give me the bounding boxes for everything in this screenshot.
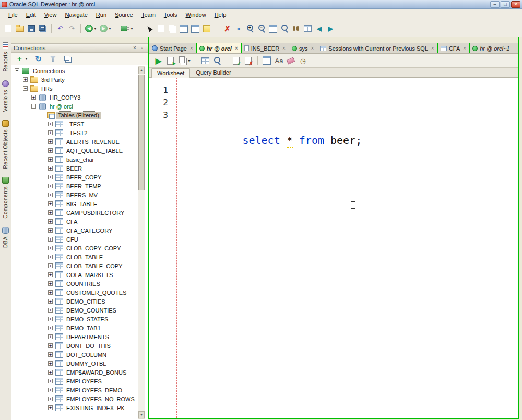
toolbar-button[interactable]: ▼ xyxy=(116,24,116,33)
toolbar-button[interactable]: ▼ xyxy=(80,24,81,33)
editor-tab[interactable]: CFA × xyxy=(438,43,470,53)
scrollbar-up-button[interactable]: ▲ xyxy=(138,67,145,74)
tree-item[interactable]: + EMP$AWARD_BONUS xyxy=(11,368,148,377)
open-icon[interactable]: ▼ xyxy=(15,23,25,34)
refresh-icon[interactable]: ↻ ▼ xyxy=(33,53,43,65)
tree-item[interactable]: + EMPLOYEES_DEMO xyxy=(11,386,148,394)
unshared-worksheet-icon[interactable]: ▼ xyxy=(262,55,272,66)
editor-tab[interactable]: sys × xyxy=(289,43,317,53)
tree-expander[interactable]: + xyxy=(48,272,53,277)
tree-expander[interactable]: − xyxy=(15,68,19,73)
tree-expander[interactable]: + xyxy=(48,379,53,383)
tree-expander[interactable]: + xyxy=(48,263,53,268)
run-statement-icon[interactable]: ▶ ▼ xyxy=(153,55,163,66)
tree-item[interactable]: + BEER_TEMP xyxy=(11,182,148,190)
tree-expander[interactable]: + xyxy=(48,405,53,410)
tree-expander[interactable]: + xyxy=(48,370,53,375)
tree-expander[interactable]: + xyxy=(48,299,53,304)
tree-expander[interactable]: + xyxy=(48,228,53,233)
tree-expander[interactable]: + xyxy=(31,95,36,100)
tree-item[interactable]: + EMPLOYEES_NO_ROWS xyxy=(11,394,148,403)
side-tab-dba[interactable]: DBA xyxy=(2,227,9,248)
redo-icon[interactable]: ↷ ▼ xyxy=(67,23,77,34)
tree-expander[interactable]: + xyxy=(48,281,53,286)
editor-tab[interactable]: Start Page × xyxy=(149,43,197,53)
side-tab-versions[interactable]: Versions xyxy=(2,80,9,112)
tree-item[interactable]: + BEER_COPY xyxy=(11,173,148,182)
rollback-icon[interactable]: ▼ xyxy=(243,55,253,66)
tree-expander[interactable]: + xyxy=(48,157,53,162)
menu-item[interactable]: File xyxy=(4,10,22,19)
tree-item[interactable]: + DONT_DO_THIS xyxy=(11,341,148,350)
tree-item[interactable]: + BIG_TABLE xyxy=(11,199,148,208)
tree-expander[interactable]: + xyxy=(48,210,53,215)
save-all-icon[interactable]: ▼ xyxy=(38,23,48,34)
sql-history-icon[interactable]: ◷ ▼ xyxy=(298,55,308,66)
nav-back-icon[interactable]: ◀ ▼ xyxy=(314,23,324,34)
tree-expander[interactable]: − xyxy=(40,113,44,117)
tree-item[interactable]: + DEPARTMENTS xyxy=(11,332,148,341)
side-tab-components[interactable]: Components xyxy=(2,177,9,219)
menu-item[interactable]: Window xyxy=(181,10,210,19)
tree-item[interactable]: + ALERTS_REVENUE xyxy=(11,137,148,146)
tree-item[interactable]: + DUMMY_OTBL xyxy=(11,359,148,368)
panel-collapse-button[interactable]: ▫ xyxy=(138,45,146,52)
menu-item[interactable]: Navigate xyxy=(61,10,91,19)
collapse-all-icon[interactable]: « ▼ xyxy=(234,23,244,34)
forward-icon[interactable]: ▶ ▼ xyxy=(99,23,112,34)
tree-expander[interactable]: + xyxy=(48,219,53,224)
tree-expander[interactable]: + xyxy=(48,193,53,197)
tree-expander[interactable]: + xyxy=(48,255,53,259)
tree-expander[interactable]: + xyxy=(48,130,53,135)
tree-item[interactable]: + CFU xyxy=(11,235,148,244)
editor-tab[interactable]: INS_BEER × xyxy=(242,43,289,53)
worksheet-subtab[interactable]: Query Builder xyxy=(190,68,236,77)
tree-expander[interactable]: + xyxy=(48,166,53,171)
tree-expander[interactable]: + xyxy=(48,397,53,401)
menu-item[interactable]: Tools xyxy=(160,10,182,19)
tree-expander[interactable]: + xyxy=(48,308,53,313)
tree-item[interactable]: + CAMPUSDIRECTORY xyxy=(11,208,148,217)
code-area[interactable]: select * from beer; xyxy=(180,78,518,418)
tree-expander[interactable]: + xyxy=(48,326,53,330)
tree-expander[interactable]: + xyxy=(48,317,53,321)
commit-icon[interactable]: ▼ xyxy=(231,55,241,66)
tab-close-icon[interactable]: × xyxy=(190,45,193,51)
tree-item[interactable]: + COUNTRIES xyxy=(11,279,148,288)
filter-icon[interactable]: ▼ xyxy=(48,53,58,65)
side-tab-recent-objects[interactable]: Recent Objects xyxy=(2,120,9,169)
tree-expander[interactable]: + xyxy=(48,184,53,188)
sql-editor[interactable]: 123 select * from beer; xyxy=(149,78,518,418)
menu-item[interactable]: Help xyxy=(210,10,231,19)
tree-item[interactable]: + EXISTING_INDEX_PK xyxy=(11,403,148,412)
tree-item[interactable]: + DOT_COLUMN xyxy=(11,350,148,359)
tree-expander[interactable]: + xyxy=(48,246,53,250)
tree-expander[interactable]: − xyxy=(31,104,36,109)
tree-expander[interactable]: + xyxy=(48,175,53,179)
tree-item[interactable]: + HR_COPY3 xyxy=(11,93,148,102)
tab-close-icon[interactable]: × xyxy=(431,45,434,51)
tree-item[interactable]: + EMPLOYEES xyxy=(11,377,148,386)
tree-expander[interactable]: + xyxy=(48,237,53,242)
tree-item[interactable]: + basic_char xyxy=(11,155,148,164)
tree-item[interactable]: + BEERS_MV xyxy=(11,190,148,199)
add-connection-icon[interactable]: + ▼ xyxy=(15,53,29,65)
scrollbar-thumb[interactable] xyxy=(138,75,145,190)
tree-expander[interactable]: + xyxy=(48,334,53,339)
worksheet-subtab[interactable]: Worksheet xyxy=(151,68,190,78)
tree-item[interactable]: + 3rd Party xyxy=(11,75,148,84)
tree-expander[interactable]: + xyxy=(48,122,53,126)
undo-icon[interactable]: ↶ ▼ xyxy=(55,23,65,34)
find-icon[interactable]: ▼ xyxy=(291,23,301,34)
tab-close-icon[interactable]: × xyxy=(235,45,238,51)
panel-close-button[interactable]: × xyxy=(131,45,138,52)
tree-item[interactable]: − Tables (Filtered) xyxy=(11,111,148,119)
tree-expander[interactable]: + xyxy=(48,388,53,392)
case-toggle-icon[interactable]: Aa ▼ xyxy=(274,55,284,66)
tree-item[interactable]: + CLOB_TABLE_COPY xyxy=(11,261,148,270)
pointer-icon[interactable]: ▼ xyxy=(145,23,155,34)
tree-item[interactable]: + BEER xyxy=(11,164,148,173)
tree-item[interactable]: + AQT_QUEUE_TABLE xyxy=(11,146,148,155)
sticky-note-icon[interactable]: ▼ xyxy=(202,23,212,34)
tree-item[interactable]: + DEMO_STATES xyxy=(11,315,148,323)
